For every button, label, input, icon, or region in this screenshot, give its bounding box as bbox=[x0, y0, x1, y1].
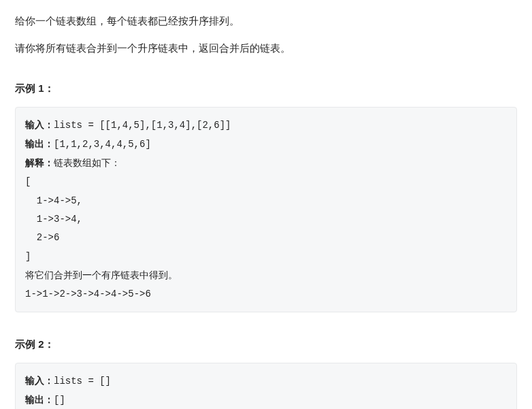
intro-paragraph-1: 给你一个链表数组，每个链表都已经按升序排列。 bbox=[15, 12, 517, 30]
list-open: [ bbox=[25, 176, 31, 187]
input-value: lists = [] bbox=[54, 376, 111, 387]
merge-result: 1->1->2->3->4->4->5->6 bbox=[25, 289, 151, 299]
input-value: lists = [[1,4,5],[1,3,4],[2,6]] bbox=[54, 120, 231, 131]
intro-paragraph-2: 请你将所有链表合并到一个升序链表中，返回合并后的链表。 bbox=[15, 39, 517, 57]
example-1-codeblock: 输入：lists = [[1,4,5],[1,3,4],[2,6]] 输出：[1… bbox=[15, 107, 517, 313]
list-item: 2->6 bbox=[25, 232, 59, 243]
merge-text: 将它们合并到一个有序链表中得到。 bbox=[25, 269, 178, 280]
example-2-heading: 示例 2： bbox=[15, 336, 517, 353]
explain-label: 解释： bbox=[25, 157, 54, 168]
input-label: 输入： bbox=[25, 119, 54, 130]
output-label: 输出： bbox=[25, 138, 54, 149]
input-label: 输入： bbox=[25, 375, 54, 386]
explain-value: 链表数组如下： bbox=[54, 157, 120, 168]
output-value: [] bbox=[54, 395, 65, 406]
output-label: 输出： bbox=[25, 394, 54, 405]
list-item: 1->4->5, bbox=[25, 195, 82, 206]
list-close: ] bbox=[25, 251, 31, 262]
output-value: [1,1,2,3,4,4,5,6] bbox=[54, 139, 151, 150]
example-2-codeblock: 输入：lists = [] 输出：[] bbox=[15, 363, 517, 409]
example-1-heading: 示例 1： bbox=[15, 80, 517, 97]
list-item: 1->3->4, bbox=[25, 214, 82, 225]
